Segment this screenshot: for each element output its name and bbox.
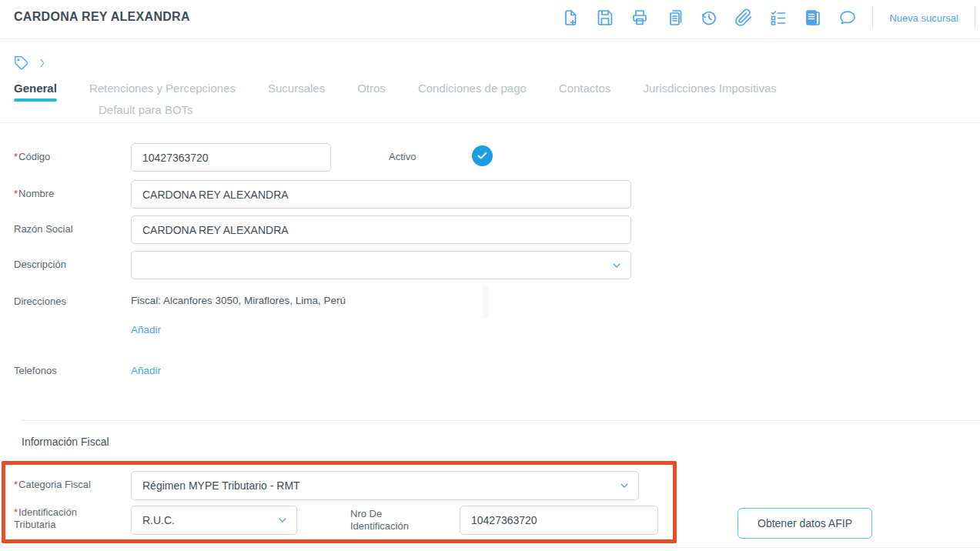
journal-icon[interactable] (803, 8, 823, 28)
tab-default-para-bots[interactable]: Default para BOTs (99, 103, 193, 123)
activo-checkbox[interactable] (472, 145, 493, 166)
tab-general[interactable]: General (14, 82, 57, 102)
tab-bar: General Retenciones y Percepciones Sucur… (14, 82, 976, 123)
save-icon[interactable] (595, 8, 615, 28)
tab-jurisdicciones-impositivas[interactable]: Jurisdicciones Impositivas (643, 82, 776, 102)
add-telefono-link[interactable]: Añadir (131, 365, 161, 376)
nro-identificacion-input[interactable] (460, 506, 658, 535)
toolbar-divider (872, 6, 873, 29)
descripcion-label: Descripción (14, 259, 66, 270)
chevron-right-icon (37, 57, 48, 69)
tag-icon[interactable] (14, 55, 29, 71)
toolbar-divider (975, 6, 975, 29)
attachment-icon[interactable] (734, 8, 754, 28)
direccion-fiscal-text: Fiscal: Alcanfores 3050, Miraflores, Lim… (131, 295, 346, 306)
tabs-divider (0, 122, 980, 123)
comment-icon[interactable] (838, 8, 858, 28)
razon-social-label: Razón Social (14, 223, 73, 235)
direcciones-label: Direcciones (14, 296, 66, 307)
informacion-fiscal-title: Información Fiscal (22, 436, 109, 448)
new-branch-link[interactable]: Nueva sucursal (888, 12, 960, 24)
supplier-detail-page: CARDONA REY ALEXANDRA Nueva sucurs (0, 0, 980, 551)
breadcrumb (14, 55, 48, 71)
razon-social-input[interactable] (131, 215, 631, 244)
codigo-input[interactable] (131, 143, 331, 172)
tab-condiciones-de-pago[interactable]: Condiciones de pago (418, 82, 527, 102)
chevron-down-icon (618, 479, 630, 492)
categoria-fiscal-select[interactable]: Régimen MYPE Tributario - RMT (131, 471, 639, 500)
nombre-input[interactable] (131, 180, 631, 209)
nro-identificacion-label: Nro DeIdentificación (350, 508, 409, 533)
identificacion-tributaria-select[interactable]: R.U.C. (131, 506, 297, 535)
tab-sucursales[interactable]: Sucursales (268, 82, 325, 102)
nombre-label: Nombre (14, 188, 54, 199)
categoria-fiscal-label: Categoria Fiscal (14, 479, 91, 490)
identificacion-tributaria-value: R.U.C. (142, 514, 175, 526)
chevron-down-icon (610, 259, 623, 272)
tab-contactos[interactable]: Contactos (559, 82, 611, 102)
tab-retenciones-y-percepciones[interactable]: Retenciones y Percepciones (89, 82, 236, 102)
identificacion-tributaria-label: IdentificaciónTributaria (14, 506, 77, 531)
history-icon[interactable] (699, 8, 719, 28)
toolbar: Nueva sucursal (560, 6, 975, 29)
categoria-fiscal-value: Régimen MYPE Tributario - RMT (142, 479, 300, 492)
obtener-datos-afip-button[interactable]: Obtener datos AFIP (738, 508, 872, 539)
section-divider (22, 420, 980, 421)
bottom-divider (0, 547, 980, 548)
header-divider (0, 38, 980, 39)
print-icon[interactable] (630, 8, 650, 28)
page-title: CARDONA REY ALEXANDRA (14, 10, 190, 24)
tab-otros[interactable]: Otros (357, 82, 386, 102)
checklist-icon[interactable] (768, 8, 788, 28)
add-direccion-link[interactable]: Añadir (131, 324, 161, 336)
activo-label: Activo (389, 151, 416, 162)
scroll-hint-bar (483, 286, 489, 319)
new-document-icon[interactable] (560, 8, 580, 28)
duplicate-icon[interactable] (664, 8, 684, 28)
telefonos-label: Telefonos (14, 365, 57, 376)
codigo-label: Código (14, 151, 50, 162)
descripcion-select[interactable] (131, 251, 631, 279)
chevron-down-icon (276, 514, 289, 526)
